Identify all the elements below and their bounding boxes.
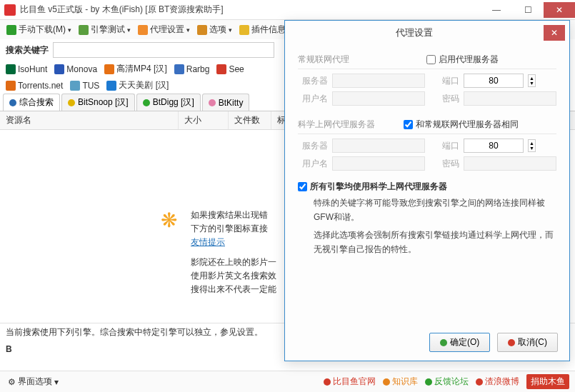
- server-label: 服务器: [298, 75, 328, 87]
- tab-0[interactable]: 综合搜索: [3, 94, 60, 111]
- engine-IsoHunt[interactable]: IsoHunt: [3, 64, 50, 75]
- same-as-normal-input[interactable]: [404, 120, 413, 129]
- tab-icon: [9, 99, 16, 106]
- tab-2[interactable]: BtDigg [汉]: [136, 94, 201, 111]
- window-title: 比目鱼 v5正式版 - by 木鱼(iFish) [原 BT资源搜索助手]: [20, 4, 481, 16]
- toolbar-item-0[interactable]: 手动下载(M)▾: [4, 22, 74, 37]
- ok-icon: [440, 339, 447, 346]
- titlebar: 比目鱼 v5正式版 - by 木鱼(iFish) [原 BT资源搜索助手] — …: [0, 0, 575, 20]
- engine-Monova[interactable]: Monova: [51, 64, 100, 75]
- tab-icon: [68, 99, 75, 106]
- cancel-icon: [508, 339, 515, 346]
- pass-input-2[interactable]: [464, 156, 556, 171]
- window-controls: — ☐ ✕: [481, 2, 575, 18]
- maximize-button[interactable]: ☐: [512, 2, 544, 18]
- link-icon: [324, 378, 331, 386]
- close-button[interactable]: ✕: [544, 2, 575, 18]
- cancel-button[interactable]: 取消(C): [497, 333, 558, 352]
- dialog-body: 常规联网代理 启用代理服务器 服务器 端口 ▲▼ 用户名 密码: [285, 45, 569, 263]
- toolbar-icon: [197, 25, 207, 35]
- engine-icon: [6, 81, 16, 91]
- ok-button[interactable]: 确定(O): [429, 333, 490, 352]
- engine-TUS[interactable]: TUS: [67, 80, 102, 91]
- dialog-titlebar: 代理设置 ✕: [285, 21, 569, 45]
- all-engines-input[interactable]: [298, 182, 307, 191]
- app-icon: [4, 4, 16, 16]
- toolbar-label: 选项: [209, 24, 226, 36]
- toolbar-icon: [79, 25, 89, 35]
- bottom-bar: ⚙ 界面选项 ▾ 比目鱼官网知识库反馈论坛渣浪微博 捐助木鱼: [0, 371, 575, 392]
- col-size[interactable]: 大小: [179, 111, 229, 129]
- search-input[interactable]: [53, 42, 274, 58]
- gear-icon: ⚙: [8, 377, 16, 387]
- toolbar-item-3[interactable]: 选项▾: [195, 22, 234, 37]
- link-label: 知识库: [392, 376, 418, 388]
- dialog-note-2: 选择此选项将会强制所有搜索引擎链接均通过科学上网代理，而无视引擎自己报告的特性。: [298, 225, 556, 257]
- engine-icon: [106, 81, 116, 91]
- same-as-normal-checkbox[interactable]: 和常规联网代理服务器相同: [404, 119, 519, 131]
- port-spinner[interactable]: ▲▼: [528, 74, 536, 87]
- engine-天天美剧 [汉][interactable]: 天天美剧 [汉]: [104, 79, 171, 92]
- placeholder-text: 如果搜索结果出现错 下方的引擎图标直接 友情提示 影院还在上映的影片一 使用影片…: [191, 208, 276, 296]
- tab-label: 综合搜索: [19, 96, 54, 109]
- server-input[interactable]: [332, 74, 425, 88]
- engine-label: IsoHunt: [18, 64, 47, 74]
- link-比目鱼官网[interactable]: 比目鱼官网: [324, 376, 376, 388]
- engine-Rarbg[interactable]: Rarbg: [171, 64, 213, 75]
- science-proxy-legend: 科学上网代理服务器: [298, 116, 375, 134]
- user-input-2[interactable]: [332, 156, 425, 171]
- user-label-2: 用户名: [298, 158, 328, 170]
- port-input-2[interactable]: [464, 139, 524, 153]
- link-icon: [476, 378, 483, 386]
- tab-label: BtKitty: [219, 98, 244, 108]
- flower-icon: ❋: [161, 208, 185, 233]
- port-input[interactable]: [464, 74, 524, 88]
- col-files[interactable]: 文件数: [229, 111, 271, 129]
- engine-Torrents.net[interactable]: Torrents.net: [3, 80, 66, 91]
- ph-line3: 影院还在上映的影片一: [191, 256, 276, 269]
- enable-proxy-input[interactable]: [426, 55, 436, 64]
- engine-高清MP4 [汉][interactable]: 高清MP4 [汉]: [101, 62, 170, 76]
- engine-label: 天天美剧 [汉]: [119, 79, 169, 91]
- port-spinner-2[interactable]: ▲▼: [528, 139, 536, 152]
- toolbar-item-2[interactable]: 代理设置▾: [136, 22, 192, 37]
- tab-icon: [209, 99, 216, 106]
- link-渣浪微博[interactable]: 渣浪微博: [476, 376, 519, 388]
- user-input[interactable]: [332, 91, 425, 106]
- engine-See[interactable]: See: [214, 64, 246, 75]
- enable-proxy-checkbox[interactable]: 启用代理服务器: [426, 54, 499, 66]
- dialog-title: 代理设置: [285, 26, 544, 39]
- toolbar-item-1[interactable]: 引擎测试▾: [76, 22, 133, 37]
- server-input-2[interactable]: [332, 139, 425, 153]
- link-反馈论坛[interactable]: 反馈论坛: [425, 376, 469, 388]
- science-proxy-group: 科学上网代理服务器 和常规联网代理服务器相同 服务器 端口 ▲▼ 用户名 密码: [298, 116, 556, 171]
- toolbar-icon: [6, 25, 16, 35]
- link-label: 反馈论坛: [434, 376, 469, 388]
- tab-3[interactable]: BtKitty: [202, 94, 250, 111]
- minimize-button[interactable]: —: [481, 2, 512, 18]
- engine-label: Torrents.net: [18, 81, 63, 91]
- normal-proxy-legend: 常规联网代理: [298, 51, 349, 69]
- all-engines-checkbox[interactable]: 所有引擎均使用科学上网代理服务器: [298, 181, 556, 193]
- tab-1[interactable]: BitSnoop [汉]: [61, 94, 135, 111]
- toolbar-label: 手动下载(M): [19, 24, 66, 36]
- friendly-tip-link[interactable]: 友情提示: [191, 237, 225, 247]
- toolbar-icon: [138, 25, 148, 35]
- donate-button[interactable]: 捐助木鱼: [526, 374, 569, 389]
- ph-line1: 如果搜索结果出现错: [191, 208, 276, 222]
- link-知识库[interactable]: 知识库: [383, 376, 418, 388]
- port-label: 端口: [429, 75, 459, 87]
- engine-icon: [6, 64, 16, 74]
- search-label: 搜索关键字: [6, 44, 49, 56]
- pass-input[interactable]: [464, 91, 556, 106]
- link-icon: [383, 378, 390, 386]
- engine-label: Rarbg: [186, 64, 210, 74]
- link-label: 比目鱼官网: [333, 376, 376, 388]
- engine-icon: [174, 64, 184, 74]
- normal-proxy-group: 常规联网代理 启用代理服务器 服务器 端口 ▲▼ 用户名 密码: [298, 51, 556, 106]
- dialog-close-button[interactable]: ✕: [544, 25, 565, 41]
- ui-options-button[interactable]: ⚙ 界面选项 ▾: [6, 374, 61, 389]
- dialog-buttons: 确定(O) 取消(C): [429, 333, 558, 352]
- port-label-2: 端口: [429, 140, 459, 152]
- col-name[interactable]: 资源名: [0, 111, 179, 129]
